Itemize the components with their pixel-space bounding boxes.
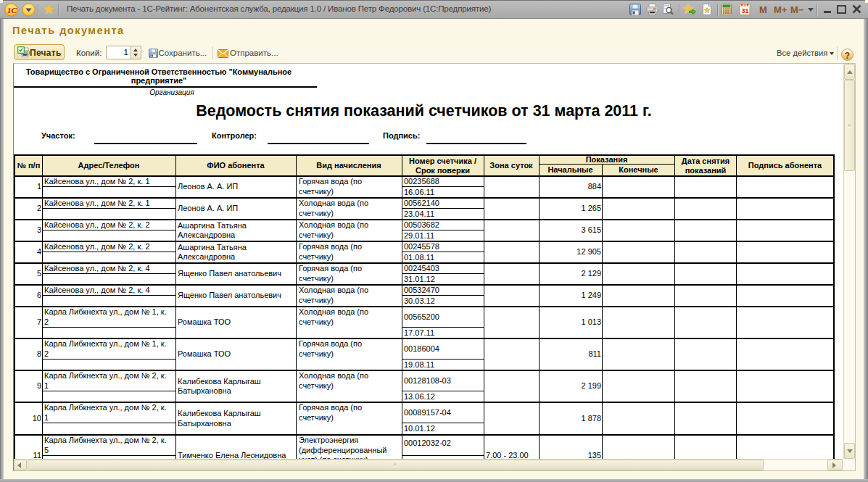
- svg-text:31: 31: [742, 7, 749, 14]
- svg-text:1С: 1С: [7, 6, 17, 14]
